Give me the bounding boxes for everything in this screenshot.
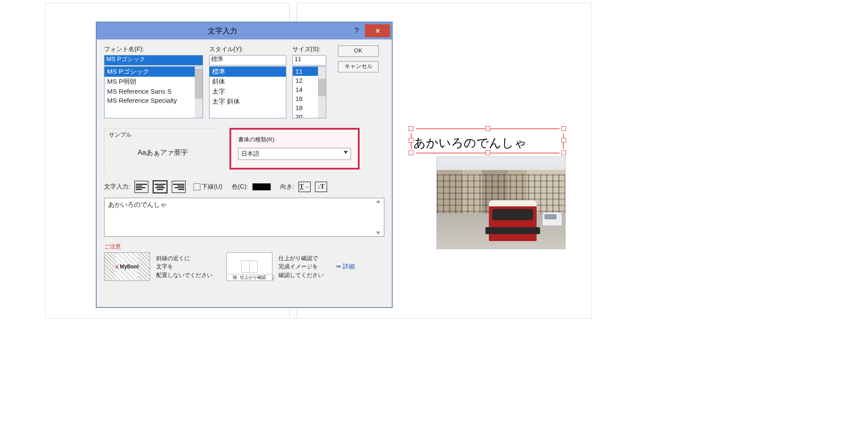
resize-handle[interactable] (409, 150, 413, 155)
resize-handle[interactable] (409, 126, 413, 131)
script-type-panel: 書体の種類(R): 日本語 (229, 128, 360, 170)
size-label: サイズ(S): (292, 46, 326, 53)
textarea-scroll[interactable] (376, 200, 383, 235)
notice-text: 仕上がり確認で 完成イメージを 確認してください (278, 254, 324, 280)
sample-text: Aaあぁアァ亜宇 (109, 148, 216, 157)
orientation-horizontal-button[interactable]: T→ (298, 182, 311, 192)
arrow-right-icon: ⇒ (336, 263, 341, 270)
list-item[interactable]: MS Reference Specialty (105, 96, 203, 105)
car-graphic (543, 212, 562, 225)
list-item[interactable]: MS P明朝 (105, 77, 203, 87)
titlebar[interactable]: 文字入力 ? ✕ (96, 22, 392, 39)
resize-handle[interactable] (485, 150, 490, 155)
detail-link[interactable]: ⇒詳細 (336, 263, 355, 271)
orientation-vertical-button[interactable]: ↓T (315, 182, 327, 192)
list-item[interactable]: MS Pゴシック (105, 67, 203, 77)
text-input-dialog: 文字入力 ? ✕ フォント名(F): MS Pゴシック MS Pゴシック MS … (96, 22, 393, 308)
close-button[interactable]: ✕ (365, 24, 390, 37)
resize-handle[interactable] (561, 126, 566, 131)
text-input-label: 文字入力: (104, 183, 130, 191)
size-listbox[interactable]: 11 12 14 16 18 20 22 (292, 66, 326, 118)
script-type-label: 書体の種類(R): (238, 136, 351, 144)
scroll-up-icon[interactable] (376, 200, 380, 203)
font-label: フォント名(F): (104, 46, 203, 53)
notice-thumb-preview: ☟ 除仕上がり確認 (226, 252, 272, 281)
font-listbox[interactable]: MS Pゴシック MS P明朝 MS Reference Sans S MS R… (104, 66, 203, 118)
resize-handle[interactable] (561, 138, 566, 143)
scrollbar-thumb[interactable] (195, 69, 203, 99)
font-name-input[interactable]: MS Pゴシック (104, 55, 203, 65)
style-listbox[interactable]: 標準 斜体 太字 太字 斜体 (209, 66, 286, 118)
color-swatch[interactable] (252, 183, 271, 190)
resize-handle[interactable] (561, 150, 566, 155)
list-item[interactable]: 標準 (210, 67, 286, 77)
scroll-down-icon[interactable] (376, 232, 380, 235)
size-input[interactable]: 11 (292, 55, 326, 65)
chevron-down-icon (344, 151, 348, 154)
cancel-button[interactable]: キャンセル (338, 61, 379, 72)
style-input[interactable]: 標準 (209, 55, 286, 65)
color-label: 色(C): (232, 183, 248, 191)
resize-handle[interactable] (485, 126, 490, 131)
list-item[interactable]: 太字 (210, 87, 286, 97)
sample-panel: サンプル Aaあぁアァ亜宇 (104, 128, 221, 173)
canvas-text-object[interactable]: あかいろのでんしゃ (410, 132, 573, 153)
notice-text: 斜線の近くに 文字を 配置しないでください (156, 254, 213, 280)
sample-label: サンプル (109, 131, 216, 139)
canvas-image[interactable] (436, 157, 566, 249)
notice-title: ご注意 (104, 243, 384, 251)
notice-panel: ご注意 ✕ MyBook 斜線の近くに 文字を 配置しないでください ☟ 除仕上… (104, 243, 384, 281)
style-label: スタイル(Y): (209, 46, 286, 53)
align-right-button[interactable] (172, 181, 186, 193)
direction-label: 向き: (280, 183, 294, 191)
ok-button[interactable]: OK (338, 46, 379, 57)
align-left-button[interactable] (134, 181, 148, 193)
text-toolbar: 文字入力: 下線(U) 色(C): 向き: T→ ↓T (104, 180, 384, 193)
resize-handle[interactable] (409, 138, 413, 143)
dialog-title: 文字入力 (96, 26, 348, 36)
list-item[interactable]: 斜体 (210, 77, 286, 87)
script-type-value: 日本語 (241, 150, 259, 158)
list-item[interactable]: MS Reference Sans S (105, 87, 203, 96)
text-input-value: あかいろのでんしゃ (108, 201, 167, 208)
list-item[interactable]: 太字 斜体 (210, 97, 286, 107)
scrollbar-thumb[interactable] (318, 79, 326, 96)
help-button[interactable]: ? (348, 26, 365, 36)
script-type-dropdown[interactable]: 日本語 (238, 148, 351, 160)
tram-graphic (489, 200, 537, 241)
align-center-button[interactable] (153, 180, 167, 193)
notice-thumb-mybook: ✕ MyBook (104, 252, 150, 281)
text-input-area[interactable]: あかいろのでんしゃ (104, 198, 384, 237)
notice-thumb-text: MyBook (120, 264, 140, 270)
underline-checkbox[interactable]: 下線(U) (193, 183, 222, 191)
book-icon (241, 261, 258, 273)
